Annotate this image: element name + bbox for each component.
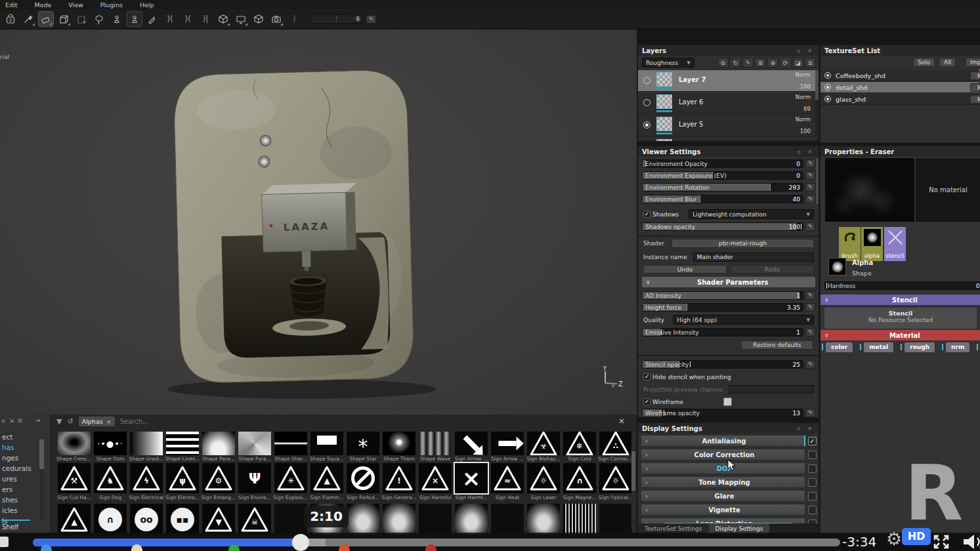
stencil-opacity-slider[interactable]: Stencil opacity 25 [642, 360, 803, 369]
display-row-checkbox[interactable] [808, 492, 817, 500]
viewport-3d[interactable]: rial [0, 30, 637, 415]
wireframe-opacity-slider[interactable]: Wireframe opacity 13 [642, 409, 803, 417]
display-row-glare[interactable]: ›Glare [641, 490, 817, 502]
volume-icon[interactable] [960, 533, 980, 551]
fullscreen-icon[interactable] [933, 534, 950, 550]
layer-row[interactable]: Layer 7Norm100 [638, 70, 816, 92]
layer-row[interactable]: Layer 5Norm100 [638, 115, 816, 136]
edit-value-icon[interactable]: ✎ [805, 303, 815, 312]
material-channel-color[interactable]: color [826, 342, 853, 352]
shader-parameters-header[interactable]: ∨Shader Parameters [642, 277, 815, 287]
textureset-solo-button[interactable]: Solo [913, 58, 935, 67]
polygon-fill-icon[interactable] [74, 11, 89, 27]
shelf-item-sign-electro[interactable]: ψ [166, 463, 199, 493]
wireframe-checkbox[interactable]: ✓ [643, 398, 650, 405]
edit-value-icon[interactable]: ✎ [366, 15, 376, 24]
properties-tab-brush[interactable]: brush [839, 227, 861, 261]
edit-value-icon[interactable]: ✎ [805, 159, 815, 168]
wireframe-color-swatch[interactable] [723, 398, 732, 406]
shelf-item[interactable]: ▪▪ [166, 504, 199, 535]
shelf-item-sign-optical[interactable]: ☼ [599, 463, 632, 493]
edit-value-icon[interactable]: ✎ [805, 222, 815, 231]
display-row-bar[interactable]: ›Vignette [641, 504, 805, 516]
display-row-antialiasing[interactable]: ›Antialiasing✓ [641, 435, 817, 447]
paint-brush-icon[interactable] [20, 11, 36, 27]
display-row-bar[interactable]: ›Antialiasing [641, 435, 805, 447]
shelf-item-sign-flamm[interactable]: ▲ [310, 463, 343, 493]
nodes-icon[interactable]: ⧉ [717, 58, 729, 68]
taskbar-icon[interactable] [425, 544, 437, 551]
shader-button[interactable]: pbr-metal-rough [671, 239, 814, 248]
material-mode-icon[interactable] [215, 11, 231, 27]
shelf-item-sign-biohaz[interactable]: ☣ [527, 432, 560, 455]
undo-button[interactable]: Undo [643, 265, 727, 274]
shelf-item-sign-heat[interactable]: ≈ [491, 463, 524, 493]
channel-dropdown[interactable]: Roughness▼ [642, 58, 694, 68]
menu-edit[interactable]: Edit [5, 1, 17, 9]
layer-opacity[interactable]: 100 [800, 83, 811, 90]
display-row-checkbox[interactable] [808, 464, 817, 473]
viewer-scrollbar[interactable] [816, 158, 819, 204]
shelf-item[interactable]: ▼ [202, 504, 235, 535]
stencil-section-header[interactable]: ∨Stencil [820, 295, 980, 305]
display-row-tone-mapping[interactable]: ›Tone Mapping [641, 476, 817, 488]
properties-tab-alpha[interactable]: alpha [861, 227, 883, 261]
add-fill-icon[interactable]: ⊕ [767, 58, 778, 68]
shelf-item-sign-enviro[interactable]: Ψ [238, 463, 271, 493]
shelf-item-sign-arrow[interactable] [455, 432, 488, 455]
clone-stamp-icon[interactable] [127, 11, 142, 27]
shelf-item[interactable]: ▲ [58, 504, 91, 535]
shelf-item-shape-star[interactable]: * [347, 432, 379, 455]
shelf-sidebar-scrollbar[interactable] [39, 439, 44, 521]
search-input[interactable]: Search... [120, 418, 149, 425]
redo-button[interactable]: Redo [731, 265, 814, 274]
close-shelf-icon[interactable]: × [618, 417, 625, 426]
trash-icon[interactable]: ≣ [805, 58, 816, 68]
projection-icon[interactable] [56, 11, 72, 27]
shelf-item[interactable]: ☠ [238, 504, 271, 535]
edit-value-icon[interactable]: ✎ [805, 171, 815, 180]
mesh-mode-icon[interactable] [251, 11, 266, 27]
shelf-item-sign-laser[interactable]: ☼ [527, 463, 560, 493]
edit-value-icon[interactable]: ✎ [805, 409, 815, 417]
symmetry3-icon[interactable]: )| [198, 11, 213, 27]
shelf-item[interactable] [491, 504, 524, 535]
display-row-checkbox[interactable] [808, 506, 817, 514]
param-slider-row-slider[interactable]: Height force3.35 [642, 303, 803, 312]
add-layer-icon[interactable]: ⊞ [755, 58, 766, 68]
camera-icon[interactable] [268, 11, 284, 27]
env-slider-row-slider[interactable]: Environment Exposure (EV)0 [642, 171, 803, 180]
textureset-visibility-radio[interactable] [824, 96, 831, 102]
shelf-item-sign-explosive[interactable]: ✳ [274, 463, 307, 493]
material-channel-rough[interactable]: rough [905, 342, 935, 352]
hardness-slider[interactable]: Hardness 0.0 [824, 281, 980, 290]
layer-visibility-toggle[interactable] [643, 77, 650, 84]
shelf-item-shape-thorn[interactable] [383, 432, 415, 455]
shelf-item-sign-corrosive[interactable]: ∴ [599, 432, 632, 455]
layer-opacity[interactable]: 100 [800, 128, 811, 134]
textureset-row[interactable]: Coffeebody_shdMai [820, 70, 979, 81]
display-mode-icon[interactable] [233, 11, 249, 27]
emissive-slider[interactable]: Emissive Intensity 1 [642, 328, 803, 337]
settings-gear-icon[interactable]: ⚙ [886, 529, 902, 549]
menu-help[interactable]: Help [140, 1, 154, 9]
add-effect-icon[interactable]: ⟳ [780, 58, 791, 68]
shelf-item-shape-squa[interactable] [310, 432, 343, 455]
paint-icon[interactable]: ✎ [742, 58, 754, 68]
textureset-row[interactable]: glass_shdMai [820, 94, 979, 105]
display-row-checkbox[interactable] [808, 478, 817, 487]
shelf-item[interactable] [455, 504, 488, 535]
smudge-icon[interactable] [91, 11, 107, 27]
shelf-item[interactable] [419, 504, 452, 535]
symmetry-icon[interactable]: )( [162, 11, 178, 27]
panel-window-icons[interactable]: ▫ × [797, 48, 815, 54]
layer-blend-mode[interactable]: Norm [796, 94, 811, 100]
layer-blend-mode[interactable]: Norm [796, 116, 811, 123]
shelf-sidebar-icons[interactable]: ⌂⇲⧉⇥ [0, 415, 51, 427]
instance-name-input[interactable]: Main shader [693, 253, 814, 262]
layer-opacity[interactable]: 69 [803, 106, 811, 112]
shelf-tab[interactable]: Shelf [2, 523, 18, 531]
alphas-filter-tag[interactable]: Alphas× [79, 417, 115, 426]
toolbar-size-slider[interactable]: 8 [310, 14, 363, 24]
textureset-shader-button[interactable]: Mai [970, 95, 980, 104]
